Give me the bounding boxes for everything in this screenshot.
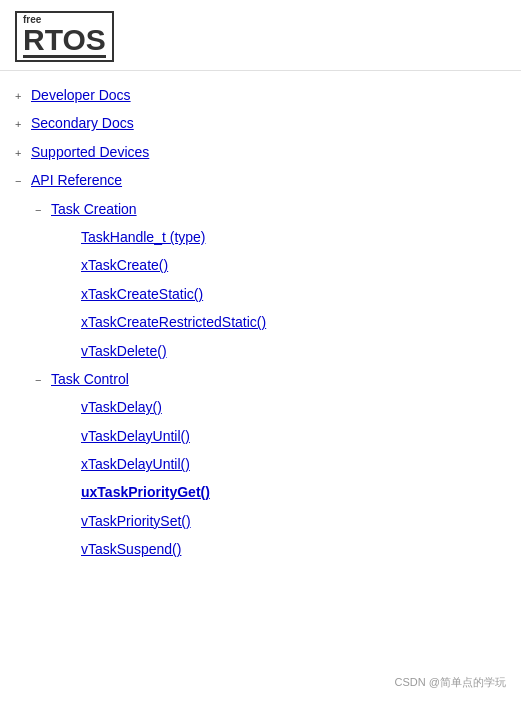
nav-item-uxtaskpriorityget: uxTaskPriorityGet(): [15, 478, 506, 506]
logo[interactable]: free RTOS: [15, 11, 114, 62]
nav-item-vtaskdelay: vTaskDelay(): [15, 393, 506, 421]
link-vtaskdelete[interactable]: vTaskDelete(): [81, 340, 167, 362]
toggle-taskhandle-t: [65, 230, 77, 248]
nav-item-vtaskpriorityset: vTaskPrioritySet(): [15, 507, 506, 535]
link-vtaskpriorityset[interactable]: vTaskPrioritySet(): [81, 510, 191, 532]
toggle-xtaskcreate: [65, 258, 77, 276]
link-api-reference[interactable]: API Reference: [31, 169, 122, 191]
link-vtaskdelayuntil[interactable]: vTaskDelayUntil(): [81, 425, 190, 447]
link-supported-devices[interactable]: Supported Devices: [31, 141, 149, 163]
nav-item-vtaskdelete: vTaskDelete(): [15, 337, 506, 365]
nav-item-xtaskcreate: xTaskCreate(): [15, 251, 506, 279]
nav-item-vtasksuspend: vTaskSuspend(): [15, 535, 506, 563]
toggle-task-control[interactable]: −: [35, 372, 47, 390]
nav-item-xtaskcreaterestrictedstatic: xTaskCreateRestrictedStatic(): [15, 308, 506, 336]
link-xtaskcreaterestrictedstatic[interactable]: xTaskCreateRestrictedStatic(): [81, 311, 266, 333]
link-uxtaskpriorityget[interactable]: uxTaskPriorityGet(): [81, 481, 210, 503]
toggle-xtaskcreaterestrictedstatic: [65, 315, 77, 333]
logo-underline: [23, 55, 106, 58]
toggle-vtaskdelete: [65, 344, 77, 362]
toggle-api-reference[interactable]: −: [15, 173, 27, 191]
toggle-xtaskcreatestatic: [65, 287, 77, 305]
link-xtaskdelayuntil[interactable]: xTaskDelayUntil(): [81, 453, 190, 475]
toggle-supported-devices[interactable]: +: [15, 145, 27, 163]
nav-tree: + Developer Docs + Secondary Docs + Supp…: [0, 71, 521, 574]
nav-item-xtaskdelayuntil: xTaskDelayUntil(): [15, 450, 506, 478]
toggle-secondary-docs[interactable]: +: [15, 116, 27, 134]
nav-item-developer-docs: + Developer Docs: [15, 81, 506, 109]
link-vtasksuspend[interactable]: vTaskSuspend(): [81, 538, 181, 560]
toggle-developer-docs[interactable]: +: [15, 88, 27, 106]
nav-item-taskhandle-t: TaskHandle_t (type): [15, 223, 506, 251]
toggle-vtaskdelayuntil: [65, 429, 77, 447]
toggle-vtaskpriorityset: [65, 514, 77, 532]
link-xtaskcreate[interactable]: xTaskCreate(): [81, 254, 168, 276]
nav-item-secondary-docs: + Secondary Docs: [15, 109, 506, 137]
toggle-xtaskdelayuntil: [65, 457, 77, 475]
nav-item-task-control: − Task Control: [15, 365, 506, 393]
link-vtaskdelay[interactable]: vTaskDelay(): [81, 396, 162, 418]
link-task-control[interactable]: Task Control: [51, 368, 129, 390]
link-xtaskcreatestatic[interactable]: xTaskCreateStatic(): [81, 283, 203, 305]
link-developer-docs[interactable]: Developer Docs: [31, 84, 131, 106]
header: free RTOS: [0, 0, 521, 71]
toggle-vtasksuspend: [65, 542, 77, 560]
link-task-creation[interactable]: Task Creation: [51, 198, 137, 220]
toggle-uxtaskpriorityget: [65, 485, 77, 503]
nav-item-api-reference: − API Reference: [15, 166, 506, 194]
link-taskhandle-t[interactable]: TaskHandle_t (type): [81, 226, 206, 248]
nav-item-vtaskdelayuntil: vTaskDelayUntil(): [15, 422, 506, 450]
link-secondary-docs[interactable]: Secondary Docs: [31, 112, 134, 134]
logo-rtos: RTOS: [23, 25, 106, 55]
toggle-task-creation[interactable]: −: [35, 202, 47, 220]
nav-item-supported-devices: + Supported Devices: [15, 138, 506, 166]
nav-item-task-creation: − Task Creation: [15, 195, 506, 223]
watermark: CSDN @简单点的学玩: [395, 675, 506, 690]
toggle-vtaskdelay: [65, 400, 77, 418]
nav-item-xtaskcreatestatic: xTaskCreateStatic(): [15, 280, 506, 308]
